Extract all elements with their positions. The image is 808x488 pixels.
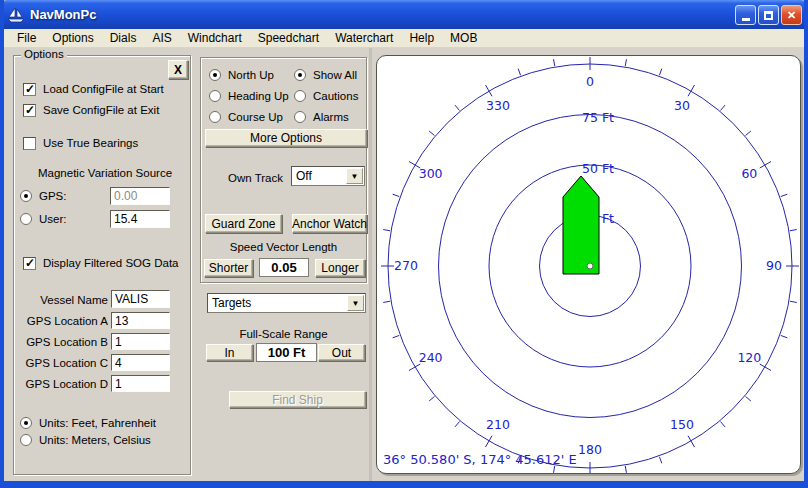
heading-up-radio[interactable]	[209, 90, 221, 102]
range-out-button[interactable]: Out	[318, 344, 365, 361]
units-meters-radio-row[interactable]: Units: Meters, Celsius	[20, 433, 151, 447]
guard-zone-button[interactable]: Guard Zone	[205, 214, 282, 233]
alarms-radio-row[interactable]: Alarms	[294, 110, 349, 124]
radar-plot: 030609012015018021024027030033025 Ft50 F…	[377, 56, 800, 473]
maximize-button[interactable]	[758, 5, 779, 25]
user-variation-input[interactable]	[110, 210, 170, 228]
close-button[interactable]: ✕	[781, 5, 802, 25]
north-up-radio-row[interactable]: North Up	[209, 68, 274, 82]
menu-speedchart[interactable]: Speedchart	[250, 30, 327, 46]
true-bearings-checkbox[interactable]	[23, 137, 36, 150]
save-configfile-checkbox[interactable]	[23, 104, 36, 117]
title-bar: NavMonPc ✕	[0, 0, 808, 29]
menu-mob[interactable]: MOB	[442, 30, 485, 46]
sailboat-icon	[7, 6, 25, 24]
save-configfile-checkbox-row[interactable]: Save ConfigFile at Exit	[23, 103, 159, 117]
gps-variation-label: GPS:	[39, 190, 66, 202]
heading-up-label: Heading Up	[228, 90, 289, 102]
speed-vector-length-label: Speed Vector Length	[200, 241, 367, 253]
gps-variation-input[interactable]	[110, 187, 170, 205]
true-bearings-label: Use True Bearings	[43, 137, 138, 149]
units-feet-radio-row[interactable]: Units: Feet, Fahrenheit	[20, 416, 156, 430]
gps-location-c-input[interactable]	[111, 354, 170, 371]
svg-text:120: 120	[737, 350, 761, 365]
course-up-label: Course Up	[228, 111, 283, 123]
gps-location-b-label: GPS Location B	[16, 336, 108, 348]
targets-dropdown-arrow-icon[interactable]: ▼	[347, 295, 364, 311]
speed-vector-longer-button[interactable]: Longer	[315, 259, 365, 277]
options-close-button[interactable]: X	[168, 60, 188, 79]
north-up-label: North Up	[228, 69, 274, 81]
svg-text:90: 90	[766, 258, 782, 273]
units-feet-label: Units: Feet, Fahrenheit	[39, 417, 156, 429]
own-track-label: Own Track	[228, 172, 283, 184]
more-options-button[interactable]: More Options	[205, 129, 367, 147]
own-track-value: Off	[292, 169, 345, 183]
svg-text:50 Ft: 50 Ft	[582, 161, 614, 176]
menu-ais[interactable]: AIS	[144, 30, 179, 46]
load-configfile-label: Load ConfigFile at Start	[43, 83, 164, 95]
own-track-dropdown[interactable]: Off ▼	[291, 166, 365, 186]
svg-text:240: 240	[419, 350, 443, 365]
menu-options[interactable]: Options	[44, 30, 101, 46]
app-window: NavMonPc ✕ File Options Dials AIS Windch…	[0, 0, 808, 488]
cautions-radio[interactable]	[294, 90, 306, 102]
user-variation-radio[interactable]	[20, 213, 32, 225]
svg-text:150: 150	[670, 417, 694, 432]
targets-dropdown[interactable]: Targets ▼	[207, 293, 366, 313]
gps-variation-radio-row[interactable]: GPS:	[20, 189, 66, 203]
show-all-label: Show All	[313, 69, 357, 81]
svg-text:30: 30	[674, 98, 690, 113]
filtered-sog-label: Display Filtered SOG Data	[43, 257, 179, 269]
cautions-radio-row[interactable]: Cautions	[294, 89, 358, 103]
range-value: 100 Ft	[256, 343, 317, 362]
svg-text:180: 180	[578, 442, 602, 457]
minimize-icon	[742, 18, 750, 21]
load-configfile-checkbox-row[interactable]: Load ConfigFile at Start	[23, 82, 164, 96]
gps-location-d-input[interactable]	[111, 375, 170, 392]
magnetic-variation-label: Magnetic Variation Source	[38, 167, 172, 179]
vessel-name-label: Vessel Name	[16, 294, 108, 306]
menu-waterchart[interactable]: Waterchart	[327, 30, 401, 46]
options-panel-title: Options	[21, 48, 67, 60]
north-up-radio[interactable]	[209, 69, 221, 81]
course-up-radio-row[interactable]: Course Up	[209, 110, 283, 124]
anchor-watch-button[interactable]: Anchor Watch	[292, 214, 367, 233]
svg-text:330: 330	[486, 98, 510, 113]
targets-value: Targets	[208, 296, 346, 310]
load-configfile-checkbox[interactable]	[23, 83, 36, 96]
menu-help[interactable]: Help	[401, 30, 442, 46]
units-meters-radio[interactable]	[20, 434, 32, 446]
alarms-label: Alarms	[313, 111, 349, 123]
show-all-radio-row[interactable]: Show All	[294, 68, 357, 82]
range-in-button[interactable]: In	[206, 344, 253, 361]
menu-dials[interactable]: Dials	[102, 30, 145, 46]
gps-location-b-input[interactable]	[111, 333, 170, 350]
units-meters-label: Units: Meters, Celsius	[39, 434, 151, 446]
close-icon: ✕	[787, 9, 796, 22]
show-all-radio[interactable]	[294, 69, 306, 81]
filtered-sog-checkbox[interactable]	[23, 257, 36, 270]
find-ship-button[interactable]: Find Ship	[229, 391, 366, 408]
units-feet-radio[interactable]	[20, 417, 32, 429]
menu-file[interactable]: File	[9, 30, 44, 46]
course-up-radio[interactable]	[209, 111, 221, 123]
speed-vector-shorter-button[interactable]: Shorter	[204, 259, 253, 277]
user-variation-radio-row[interactable]: User:	[20, 212, 66, 226]
svg-text:36° 50.580' S, 174° 45.612' E: 36° 50.580' S, 174° 45.612' E	[383, 452, 577, 467]
gps-location-d-label: GPS Location D	[16, 378, 108, 390]
vessel-name-input[interactable]	[111, 290, 170, 308]
heading-up-radio-row[interactable]: Heading Up	[209, 89, 289, 103]
radar-display-panel: 030609012015018021024027030033025 Ft50 F…	[376, 55, 801, 474]
true-bearings-checkbox-row[interactable]: Use True Bearings	[23, 136, 138, 150]
menu-windchart[interactable]: Windchart	[180, 30, 250, 46]
gps-location-a-label: GPS Location A	[16, 315, 108, 327]
alarms-radio[interactable]	[294, 111, 306, 123]
own-track-dropdown-arrow-icon[interactable]: ▼	[346, 168, 363, 184]
gps-location-a-input[interactable]	[111, 312, 170, 329]
user-variation-label: User:	[39, 213, 66, 225]
filtered-sog-checkbox-row[interactable]: Display Filtered SOG Data	[23, 256, 179, 270]
svg-text:60: 60	[741, 166, 757, 181]
gps-variation-radio[interactable]	[20, 190, 32, 202]
minimize-button[interactable]	[735, 5, 756, 25]
